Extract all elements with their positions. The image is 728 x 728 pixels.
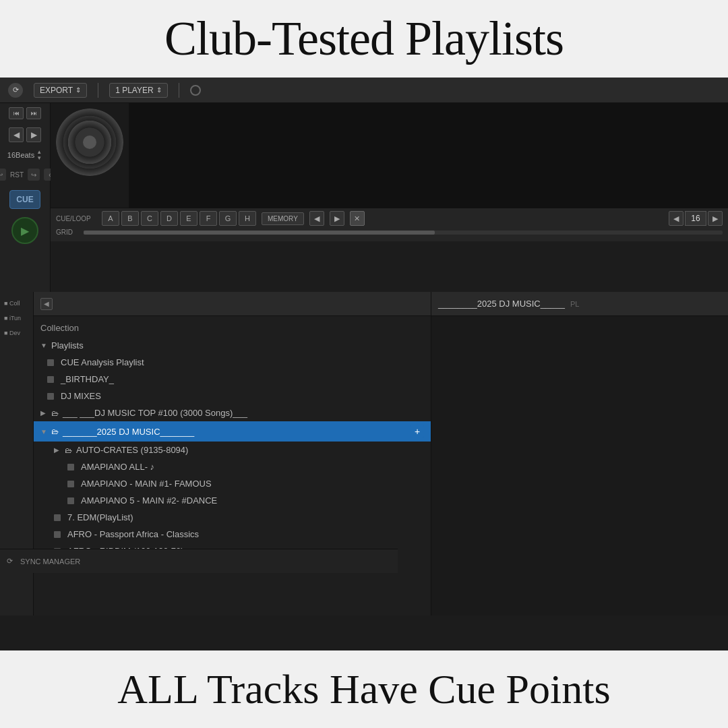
edm-label: 7. EDM(PlayList) (67, 512, 133, 522)
afro-passport-item[interactable]: AFRO - Passport Africa - Classics (34, 526, 431, 543)
player-area: ⏮ ⏭ ◀ ▶ 16Beats ▲ ▼ ↩ RST ↪ ‹ CUE ▶ (0, 103, 728, 292)
loop-controls: ↩ RST ↪ ‹ (0, 169, 56, 181)
nav-right-button[interactable]: ▶ (26, 127, 41, 142)
auto-crates-arrow-icon: ▶ (54, 446, 61, 454)
playlist-icon-amapiano-all (67, 464, 74, 471)
edm-item[interactable]: 7. EDM(PlayList) (34, 509, 431, 526)
right-panel: ________2025 DJ MUSIC_____ PL (431, 292, 728, 615)
amapiano-all-label: AMAPIANO ALL- ♪ (81, 462, 154, 472)
waveform-area (129, 103, 728, 208)
grid-row: GRID (56, 229, 723, 236)
amapiano-main1-label: AMAPIANO - MAIN #1- FAMOUS (81, 479, 212, 489)
letter-h-button[interactable]: H (239, 211, 256, 226)
vinyl-disc (56, 109, 123, 176)
export-button[interactable]: EXPORT ⇕ (34, 83, 87, 98)
letter-c-button[interactable]: C (141, 211, 158, 226)
toolbar-separator-1 (98, 83, 98, 98)
beats-arrows: ▲ ▼ (36, 149, 42, 160)
add-to-playlist-button[interactable]: + (411, 425, 424, 438)
amapiano-5-item[interactable]: AMAPIANO 5 - MAIN #2- #DANCE (34, 492, 431, 509)
loop-in-icon[interactable]: ↩ (0, 169, 6, 181)
loop-prev-button[interactable]: ◀ (669, 211, 684, 226)
library-header: ◀ (34, 292, 431, 316)
2025-arrow-icon: ▼ (40, 428, 47, 435)
beats-down-icon[interactable]: ▼ (36, 155, 42, 160)
sidebar-item-dev[interactable]: ■ Dev (3, 327, 30, 339)
auto-crates-item[interactable]: ▶ 🗁 AUTO-CRATES (9135-8094) (34, 442, 431, 458)
mem-next-button[interactable]: ▶ (330, 211, 344, 226)
letter-e-button[interactable]: E (180, 211, 198, 226)
2025-dj-music-item[interactable]: ▼ 🗁 _______2025 DJ MUSIC_______ + (34, 421, 431, 442)
toolbar-separator-2 (179, 83, 179, 98)
app-icon: ⟳ (8, 83, 23, 98)
amapiano-all-item[interactable]: AMAPIANO ALL- ♪ (34, 458, 431, 475)
playlist-icon-edm (54, 514, 61, 521)
loop-out-icon[interactable]: ↪ (28, 169, 40, 181)
birthday-item[interactable]: _BIRTHDAY_ (34, 371, 431, 388)
letter-b-button[interactable]: B (121, 211, 139, 226)
playlists-folder[interactable]: ▼ Playlists (34, 337, 431, 354)
memory-button[interactable]: MEMORY (262, 212, 304, 225)
letter-a-button[interactable]: A (102, 211, 119, 226)
toolbar: ⟳ EXPORT ⇕ 1 PLAYER ⇕ (0, 78, 728, 103)
cue-button[interactable]: CUE (9, 190, 40, 209)
bottom-banner: ALL Tracks Have Cue Points (0, 650, 728, 728)
beats-up-icon[interactable]: ▲ (36, 149, 42, 154)
nav-arrows: ◀ ▶ (9, 127, 41, 142)
record-button[interactable] (190, 85, 201, 96)
playlist-icon-amapiano-5 (67, 497, 74, 504)
mem-delete-button[interactable]: ✕ (350, 211, 365, 226)
cue-loop-row: CUE/LOOP A B C D E F G H MEMORY ◀ ▶ ✕ (56, 211, 723, 226)
vinyl-center (83, 135, 96, 149)
dj-mixes-label: DJ MIXES (61, 391, 101, 401)
collection-item[interactable]: Collection (34, 319, 431, 337)
loop-next-button[interactable]: ▶ (708, 211, 723, 226)
2025-dj-music-label: _______2025 DJ MUSIC_______ (63, 427, 194, 437)
auto-crates-label: AUTO-CRATES (9135-8094) (76, 445, 188, 455)
vinyl-waveform (51, 103, 728, 208)
grid-label: GRID (56, 229, 73, 236)
collapse-button[interactable]: ◀ (40, 298, 53, 310)
nav-left-button[interactable]: ◀ (9, 127, 24, 142)
playlist-icon-cue (47, 359, 54, 366)
cue-analysis-item[interactable]: CUE Analysis Playlist (34, 354, 431, 371)
sidebar-item-coll[interactable]: ■ Coll (3, 297, 30, 309)
sidebar-item-itun[interactable]: ■ iTun (3, 312, 30, 324)
play-button[interactable]: ▶ (11, 217, 38, 244)
left-controls: ⏮ ⏭ ◀ ▶ 16Beats ▲ ▼ ↩ RST ↪ ‹ CUE ▶ (0, 103, 51, 292)
loop-nav-arrows: ◀ 16 ▶ (669, 211, 723, 226)
pl-label: PL (570, 300, 579, 308)
player-button[interactable]: 1 PLAYER ⇕ (109, 83, 167, 98)
rst-label: RST (10, 171, 24, 179)
letter-buttons: A B C D E F G H (102, 211, 256, 226)
sync-icon: ⟳ (7, 557, 16, 566)
now-playing-header: ________2025 DJ MUSIC_____ PL (431, 292, 728, 316)
playlist-icon-afro-passport (54, 531, 61, 538)
afro-passport-label: AFRO - Passport Africa - Classics (67, 529, 199, 539)
amapiano-5-label: AMAPIANO 5 - MAIN #2- #DANCE (81, 495, 217, 506)
letter-f-button[interactable]: F (200, 211, 217, 226)
export-arrow-icon: ⇕ (75, 86, 81, 94)
playlist-icon-dj-mixes (47, 393, 54, 400)
playlist-icon-birthday (47, 376, 54, 383)
beats-control: 16Beats ▲ ▼ (7, 149, 42, 160)
fast-forward-button[interactable]: ⏭ (26, 107, 41, 119)
deck-area: CUE/LOOP A B C D E F G H MEMORY ◀ ▶ ✕ (51, 103, 728, 292)
folder-icon-auto-crates: 🗁 (65, 446, 72, 454)
top-banner-title: Club-Tested Playlists (164, 11, 564, 67)
rewind-button[interactable]: ⏮ (9, 107, 24, 119)
player-arrow-icon: ⇕ (156, 86, 162, 94)
letter-d-button[interactable]: D (160, 211, 178, 226)
transport-row: ⏮ ⏭ (9, 107, 41, 119)
dj-mixes-item[interactable]: DJ MIXES (34, 388, 431, 404)
playlists-arrow-icon: ▼ (40, 342, 47, 349)
amapiano-main1-item[interactable]: AMAPIANO - MAIN #1- FAMOUS (34, 475, 431, 492)
dj-music-top-item[interactable]: ▶ 🗁 ___ ___DJ MUSIC TOP #100 (3000 Songs… (34, 404, 431, 421)
mem-prev-button[interactable]: ◀ (309, 211, 324, 226)
letter-g-button[interactable]: G (219, 211, 237, 226)
collection-label: Collection (40, 323, 79, 333)
sync-manager: ⟳ SYNC MANAGER (0, 549, 398, 573)
birthday-label: _BIRTHDAY_ (61, 374, 114, 384)
grid-bar (84, 231, 723, 235)
now-playing-label: ________2025 DJ MUSIC_____ (438, 299, 565, 309)
